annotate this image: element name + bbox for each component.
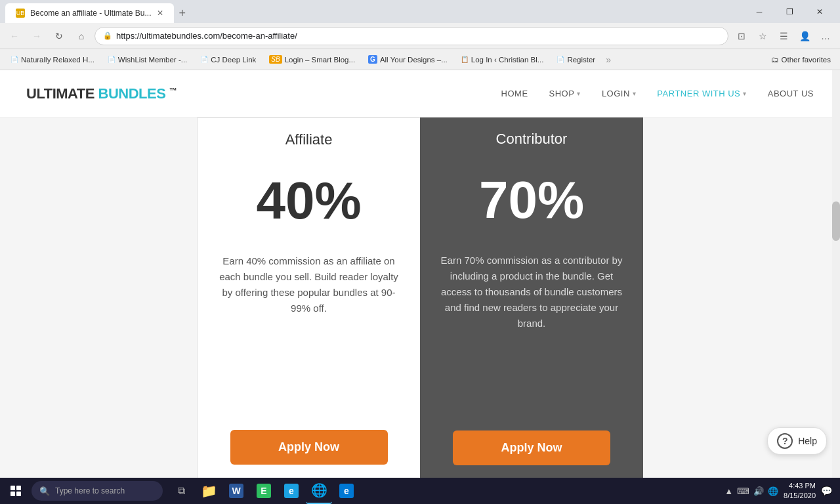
start-button[interactable] xyxy=(3,478,29,504)
keyboard-icon[interactable]: ⌨ xyxy=(737,486,749,496)
forward-button[interactable]: → xyxy=(28,27,46,45)
tab-close-button[interactable]: ✕ xyxy=(157,9,163,18)
bookmark-cj[interactable]: 📄 CJ Deep Link xyxy=(195,54,261,65)
taskbar-evernote[interactable]: E xyxy=(251,478,277,504)
taskbar-taskview[interactable]: ⧉ xyxy=(168,478,194,504)
shop-chevron: ▾ xyxy=(577,90,581,97)
contributor-card-title: Contributor xyxy=(496,131,568,148)
close-button[interactable]: ✕ xyxy=(805,0,835,23)
show-hidden-icon[interactable]: ▲ xyxy=(724,486,733,496)
nav-partner[interactable]: PARTNER WITH US ▾ xyxy=(657,89,746,98)
contributor-card: Contributor 70% Earn 70% commission as a… xyxy=(420,117,643,485)
taskbar-search[interactable]: 🔍 Type here to search xyxy=(32,481,163,501)
taskbar-ie[interactable]: e xyxy=(278,478,304,504)
time-display: 4:43 PM xyxy=(784,481,816,491)
logo-tm: ™ xyxy=(169,85,177,94)
site-nav: ULTIMATE BUNDLES ™ HOME SHOP ▾ LOGIN ▾ P… xyxy=(0,70,840,117)
logo-bundles: BUNDLES xyxy=(98,85,166,102)
other-favorites-label: 🗂 Other favorites xyxy=(771,56,831,64)
nav-home[interactable]: HOME xyxy=(501,89,528,98)
bookmark-wishlist[interactable]: 📄 WishList Member -... xyxy=(102,54,192,65)
network-icon[interactable]: 🌐 xyxy=(768,486,778,496)
taskbar-word[interactable]: W xyxy=(223,478,249,504)
bookmark-icon: G xyxy=(368,55,377,64)
window-controls: ─ ❐ ✕ xyxy=(744,0,835,23)
taskbar: 🔍 Type here to search ⧉ 📁 W E e 🌐 e ▲ ⌨ … xyxy=(0,478,840,504)
nav-login[interactable]: LOGIN ▾ xyxy=(602,89,636,98)
nav-login-label: LOGIN xyxy=(602,89,630,98)
help-icon: ? xyxy=(777,433,793,449)
contributor-description: Earn 70% commission as a contributor by … xyxy=(440,253,623,411)
profile-button[interactable]: 👤 xyxy=(795,27,814,45)
bookmark-christian[interactable]: 📋 Log In ‹ Christian Bl... xyxy=(455,54,549,65)
site-logo[interactable]: ULTIMATE BUNDLES ™ xyxy=(26,85,177,102)
bookmark-icon: 📄 xyxy=(10,56,18,63)
date-display: 8/15/2020 xyxy=(784,491,816,501)
bookmark-icon: 📋 xyxy=(461,56,469,63)
bookmark-label: Login – Smart Blog... xyxy=(285,56,355,64)
file-explorer-icon: 📁 xyxy=(201,483,217,499)
address-input[interactable]: 🔒 https://ultimatebundles.com/become-an-… xyxy=(94,27,728,45)
taskbar-system: ▲ ⌨ 🔊 🌐 4:43 PM 8/15/2020 💬 xyxy=(724,481,837,501)
system-time[interactable]: 4:43 PM 8/15/2020 xyxy=(784,481,816,501)
new-tab-button[interactable]: + xyxy=(174,3,192,23)
bookmarks-more-button[interactable]: » xyxy=(603,54,614,65)
taskbar-file-explorer[interactable]: 📁 xyxy=(196,478,222,504)
volume-icon[interactable]: 🔊 xyxy=(753,486,764,496)
taskbar-chrome[interactable]: 🌐 xyxy=(306,478,332,504)
bookmark-smartblog[interactable]: SB Login – Smart Blog... xyxy=(264,54,360,65)
toolbar-icons: ⊡ ☆ ☰ 👤 … xyxy=(732,27,835,45)
affiliate-apply-button[interactable]: Apply Now xyxy=(230,430,388,465)
bookmark-register[interactable]: 📄 Register xyxy=(551,54,600,65)
affiliate-card-title: Affiliate xyxy=(285,131,333,148)
affiliate-percentage: 40% xyxy=(256,175,361,227)
nav-partner-label: PARTNER WITH US xyxy=(657,89,740,98)
help-button[interactable]: ? Help xyxy=(767,427,827,455)
active-tab[interactable]: UB Become an affiliate - Ultimate Bu... … xyxy=(5,3,174,23)
collections-button[interactable]: ☰ xyxy=(774,27,793,45)
contributor-percentage: 70% xyxy=(479,174,584,226)
nav-shop[interactable]: SHOP ▾ xyxy=(549,89,581,98)
login-chevron: ▾ xyxy=(633,90,637,97)
site-content: ULTIMATE BUNDLES ™ HOME SHOP ▾ LOGIN ▾ P… xyxy=(0,70,840,485)
bookmark-label: Register xyxy=(567,56,595,64)
nav-shop-label: SHOP xyxy=(549,89,575,98)
bookmark-naturally-relaxed[interactable]: 📄 Naturally Relaxed H... xyxy=(5,54,100,65)
contributor-apply-button[interactable]: Apply Now xyxy=(453,430,610,465)
tab-favicon: UB xyxy=(16,9,25,18)
start-icon xyxy=(10,486,21,496)
partner-chevron: ▾ xyxy=(743,90,747,97)
back-button[interactable]: ← xyxy=(5,27,24,45)
favorites-star-button[interactable]: ☆ xyxy=(753,27,772,45)
scrollbar-thumb[interactable] xyxy=(832,201,840,241)
logo-ultimate: ULTIMATE xyxy=(26,85,94,102)
bookmark-all-designs[interactable]: G All Your Designs –... xyxy=(363,54,453,65)
bookmark-label: Log In ‹ Christian Bl... xyxy=(471,56,544,64)
bookmark-icon: 📄 xyxy=(556,56,564,63)
other-favorites[interactable]: 🗂 Other favorites xyxy=(767,54,835,65)
more-button[interactable]: … xyxy=(816,27,835,45)
minimize-button[interactable]: ─ xyxy=(744,0,774,23)
bookmark-icon: SB xyxy=(269,55,282,64)
refresh-button[interactable]: ↻ xyxy=(50,27,68,45)
ie-icon: e xyxy=(284,484,299,498)
word-icon: W xyxy=(229,484,243,498)
bookmark-icon: 📄 xyxy=(200,56,208,63)
bookmark-icon: 📄 xyxy=(108,56,116,63)
main-content: Affiliate 40% Earn 40% commission as an … xyxy=(0,117,840,485)
search-placeholder: Type here to search xyxy=(55,486,125,495)
scrollbar-track xyxy=(832,70,840,478)
home-button[interactable]: ⌂ xyxy=(72,27,91,45)
url-text: https://ultimatebundles.com/become-an-af… xyxy=(116,31,297,41)
lock-icon: 🔒 xyxy=(103,32,112,40)
taskbar-edge[interactable]: e xyxy=(333,478,360,504)
bookmark-label: CJ Deep Link xyxy=(211,56,256,64)
bookmark-label: Naturally Relaxed H... xyxy=(21,56,94,64)
search-icon: 🔍 xyxy=(39,486,50,496)
address-bar: ← → ↻ ⌂ 🔒 https://ultimatebundles.com/be… xyxy=(0,23,840,49)
notification-icon[interactable]: 💬 xyxy=(821,486,832,496)
nav-about[interactable]: ABOUT US xyxy=(768,89,814,98)
maximize-button[interactable]: ❐ xyxy=(774,0,805,23)
split-screen-button[interactable]: ⊡ xyxy=(732,27,751,45)
title-bar: UB Become an affiliate - Ultimate Bu... … xyxy=(0,0,840,23)
